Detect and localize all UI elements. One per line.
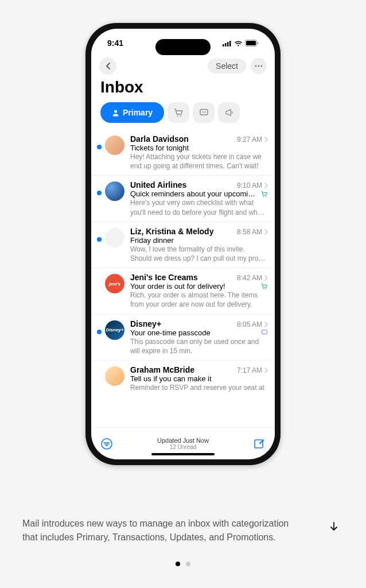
sender: Liz, Kristina & Melody xyxy=(130,227,213,236)
preview: This passcode can only be used once and … xyxy=(130,337,268,355)
svg-point-19 xyxy=(263,288,264,289)
chevron-right-icon xyxy=(264,183,268,188)
subject: Your order is out for delivery! xyxy=(130,282,225,291)
filter-button[interactable] xyxy=(100,438,113,450)
phone-frame: 9:41 Select xyxy=(85,23,281,465)
sender: Disney+ xyxy=(130,319,161,328)
nav-row: Select xyxy=(91,57,275,78)
tab-primary-label: Primary xyxy=(123,108,153,117)
caption-text: Mail introduces new ways to manage an in… xyxy=(22,517,298,544)
avatar xyxy=(105,181,124,201)
subject: Tickets for tonight xyxy=(130,144,189,152)
svg-point-15 xyxy=(203,111,204,113)
email-row[interactable]: United Airlines9:10 AMQuick reminders ab… xyxy=(91,176,275,222)
subject: Quick reminders about your upcoming… xyxy=(130,189,258,198)
svg-rect-21 xyxy=(262,330,267,334)
unread-dot xyxy=(97,145,102,149)
unread-count: 12 Unread xyxy=(157,444,209,450)
preview: Rich, your order is almost here. The ite… xyxy=(130,291,268,309)
time: 8:58 AM xyxy=(237,228,262,236)
svg-rect-23 xyxy=(255,440,263,448)
svg-point-9 xyxy=(261,65,263,67)
tab-primary[interactable]: Primary xyxy=(100,102,164,123)
chat-icon xyxy=(199,108,209,118)
chevron-right-icon xyxy=(264,368,268,373)
compose-button[interactable] xyxy=(253,438,266,450)
status-time: 9:41 xyxy=(107,38,123,48)
avatar: jeni's xyxy=(105,274,124,293)
svg-point-14 xyxy=(202,111,203,113)
time: 9:27 AM xyxy=(237,136,262,144)
tab-updates[interactable] xyxy=(193,102,215,123)
chat-icon xyxy=(261,329,268,336)
svg-point-8 xyxy=(258,65,260,67)
avatar xyxy=(105,228,124,247)
sender: Jeni's Ice Creams xyxy=(130,273,198,282)
preview: Wow, I love the formality of this invite… xyxy=(130,245,268,263)
sender: Graham McBride xyxy=(130,365,194,374)
tab-promotions[interactable] xyxy=(218,102,240,123)
bottom-bar: Updated Just Now 12 Unread xyxy=(91,427,275,459)
battery-icon xyxy=(245,40,259,47)
page-title: Inbox xyxy=(91,78,275,102)
svg-point-17 xyxy=(263,196,264,197)
preview: Reminder to RSVP and reserve your seat a… xyxy=(130,383,268,392)
avatar: Disney+ xyxy=(105,320,124,340)
svg-rect-1 xyxy=(225,43,227,47)
dynamic-island xyxy=(155,39,211,55)
svg-point-7 xyxy=(255,65,257,67)
avatar xyxy=(105,136,124,155)
svg-rect-6 xyxy=(258,42,259,44)
unread-dot xyxy=(97,330,102,334)
time: 7:17 AM xyxy=(237,366,262,374)
phone-screen: 9:41 Select xyxy=(91,29,275,459)
home-indicator[interactable] xyxy=(151,453,215,455)
svg-rect-0 xyxy=(223,44,224,47)
page-dot-2[interactable] xyxy=(186,562,190,566)
megaphone-icon xyxy=(224,108,234,118)
svg-point-11 xyxy=(177,115,178,116)
email-row[interactable]: Darla Davidson9:27 AMTickets for tonight… xyxy=(91,130,275,176)
svg-point-10 xyxy=(114,110,117,113)
subject: Your one-time passcode xyxy=(130,328,211,337)
category-tabs: Primary xyxy=(91,102,275,130)
select-button[interactable]: Select xyxy=(208,59,246,74)
time: 9:10 AM xyxy=(237,181,262,189)
sender: United Airlines xyxy=(130,180,186,189)
chevron-right-icon xyxy=(264,322,268,327)
email-row[interactable]: Liz, Kristina & Melody8:58 AMFriday dinn… xyxy=(91,222,275,268)
cart-icon xyxy=(261,283,268,290)
signal-icon xyxy=(223,40,232,47)
svg-point-12 xyxy=(180,115,181,116)
email-list[interactable]: Darla Davidson9:27 AMTickets for tonight… xyxy=(91,130,275,427)
unread-dot xyxy=(97,237,102,242)
back-button[interactable] xyxy=(99,57,116,75)
svg-rect-5 xyxy=(246,41,256,45)
wifi-icon xyxy=(234,40,243,47)
more-button[interactable] xyxy=(251,58,267,74)
chevron-right-icon xyxy=(264,229,268,235)
subject: Friday dinner xyxy=(130,236,174,245)
chevron-right-icon xyxy=(264,275,268,281)
email-row[interactable]: Graham McBride7:17 AMTell us if you can … xyxy=(91,361,275,397)
time: 8:42 AM xyxy=(237,274,262,282)
svg-point-20 xyxy=(266,288,267,289)
cart-icon xyxy=(174,108,184,118)
svg-point-16 xyxy=(205,111,206,113)
tab-transactions[interactable] xyxy=(168,102,189,123)
svg-rect-3 xyxy=(229,41,231,47)
preview: Hey! Attaching your tickets here in case… xyxy=(130,152,268,171)
email-row[interactable]: Disney+Disney+8:05 AMYour one-time passc… xyxy=(91,315,275,361)
caption-row: Mail introduces new ways to manage an in… xyxy=(22,517,344,544)
sender: Darla Davidson xyxy=(130,134,189,144)
unread-dot xyxy=(97,191,102,195)
email-row[interactable]: jeni'sJeni's Ice Creams8:42 AMYour order… xyxy=(91,268,275,314)
page-dot-1[interactable] xyxy=(176,562,180,566)
scroll-down-button[interactable] xyxy=(324,517,344,536)
person-icon xyxy=(112,109,119,117)
svg-point-18 xyxy=(266,196,267,197)
avatar xyxy=(105,366,124,386)
svg-rect-2 xyxy=(227,42,229,47)
preview: Here's your very own checklist with what… xyxy=(130,198,268,216)
pagination-dots xyxy=(176,562,190,566)
